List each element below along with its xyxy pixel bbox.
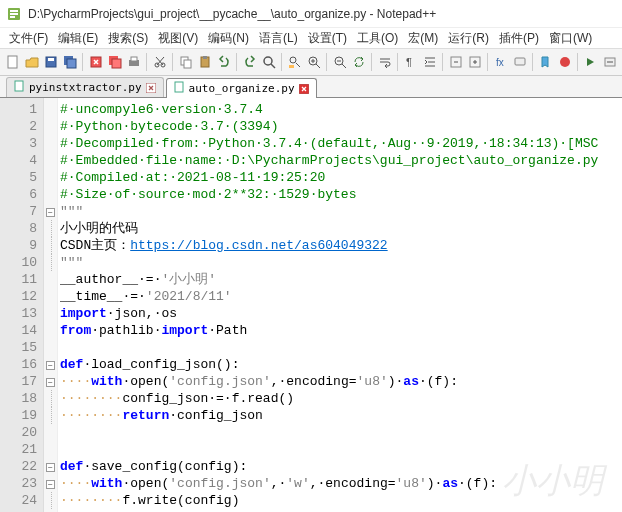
fold-cell[interactable]: −	[44, 373, 57, 390]
tab-close-icon[interactable]	[146, 82, 157, 93]
editor: 123456789101112131415161718192021222324 …	[0, 98, 622, 512]
ws-button[interactable]: ¶	[402, 52, 419, 72]
code-line[interactable]: #·Python·bytecode·3.7·(3394)	[60, 118, 622, 135]
code-line[interactable]: import·json,·os	[60, 305, 622, 322]
menu-item-2[interactable]: 搜索(S)	[103, 28, 153, 49]
menu-item-7[interactable]: 工具(O)	[352, 28, 403, 49]
copy-button[interactable]	[177, 52, 194, 72]
svg-rect-1	[10, 10, 18, 12]
code-line[interactable]: def·save_config(config):	[60, 458, 622, 475]
close-all-button[interactable]	[106, 52, 123, 72]
tab-pyinstxtractor-py[interactable]: pyinstxtractor.py	[6, 77, 164, 97]
replace-button[interactable]	[286, 52, 303, 72]
bookmark-button[interactable]	[537, 52, 554, 72]
zoom-in-button[interactable]	[305, 52, 322, 72]
toolbar-separator	[82, 53, 83, 71]
code-line[interactable]: #·Decompiled·from:·Python·3.7.4·(default…	[60, 135, 622, 152]
code-line[interactable]: ····with·open('config.json',·encoding='u…	[60, 373, 622, 390]
tab-auto_organize-py[interactable]: auto_organize.py	[166, 78, 317, 98]
toolbar-separator	[397, 53, 398, 71]
file-icon	[173, 81, 185, 96]
fold-cell[interactable]: −	[44, 475, 57, 492]
svg-rect-13	[131, 57, 137, 61]
window-title: D:\PycharmProjects\gui_project\__pycache…	[28, 7, 436, 21]
zoom-out-button[interactable]	[331, 52, 348, 72]
fold-button[interactable]	[447, 52, 464, 72]
menu-item-6[interactable]: 设置(T)	[303, 28, 352, 49]
save-all-button[interactable]	[61, 52, 78, 72]
code-line[interactable]: #·Size·of·source·mod·2**32:·1529·bytes	[60, 186, 622, 203]
code-line[interactable]: ····with·open('config.json',·'w',·encodi…	[60, 475, 622, 492]
code-line[interactable]: from·pathlib·import·Path	[60, 322, 622, 339]
toolbar-separator	[532, 53, 533, 71]
fold-cell[interactable]: −	[44, 356, 57, 373]
line-number: 2	[0, 118, 37, 135]
macro-button[interactable]	[601, 52, 618, 72]
code-line[interactable]	[60, 441, 622, 458]
fold-cell[interactable]: −	[44, 458, 57, 475]
fold-cell[interactable]: −	[44, 203, 57, 220]
paste-button[interactable]	[196, 52, 213, 72]
redo-button[interactable]	[241, 52, 258, 72]
menu-item-8[interactable]: 宏(M)	[403, 28, 443, 49]
cut-button[interactable]	[151, 52, 168, 72]
code-line[interactable]: ········config_json·=·f.read()	[60, 390, 622, 407]
code-line[interactable]: CSDN主页：https://blog.csdn.net/as604049322	[60, 237, 622, 254]
menu-item-1[interactable]: 编辑(E)	[53, 28, 103, 49]
code-line[interactable]: 小小明的代码	[60, 220, 622, 237]
new-button[interactable]	[4, 52, 21, 72]
code-line[interactable]: ········f.write(config)	[60, 492, 622, 509]
menu-item-10[interactable]: 插件(P)	[494, 28, 544, 49]
play-button[interactable]	[582, 52, 599, 72]
close-button[interactable]	[87, 52, 104, 72]
menu-item-9[interactable]: 运行(R)	[443, 28, 494, 49]
undo-button[interactable]	[215, 52, 232, 72]
svg-point-21	[290, 57, 296, 63]
svg-point-30	[560, 57, 570, 67]
code-line[interactable]	[60, 424, 622, 441]
code-line[interactable]: __author__·=·'小小明'	[60, 271, 622, 288]
fold-cell	[44, 220, 57, 237]
menu-item-5[interactable]: 语言(L)	[254, 28, 303, 49]
code-line[interactable]: """	[60, 203, 622, 220]
code-line[interactable]	[60, 339, 622, 356]
menu-item-3[interactable]: 视图(V)	[153, 28, 203, 49]
svg-rect-8	[67, 59, 76, 68]
sync-button[interactable]	[350, 52, 367, 72]
fold-toggle-icon[interactable]: −	[46, 361, 55, 370]
unfold-button[interactable]	[466, 52, 483, 72]
find-button[interactable]	[260, 52, 277, 72]
open-button[interactable]	[23, 52, 40, 72]
code-line[interactable]: #·Embedded·file·name:·D:\PycharmProjects…	[60, 152, 622, 169]
fold-cell	[44, 169, 57, 186]
print-button[interactable]	[125, 52, 142, 72]
fold-gutter: −−−−−	[44, 98, 58, 512]
toolbar-separator	[236, 53, 237, 71]
indent-button[interactable]	[421, 52, 438, 72]
code-line[interactable]: #·uncompyle6·version·3.7.4	[60, 101, 622, 118]
func-button[interactable]: fx	[492, 52, 509, 72]
fold-toggle-icon[interactable]: −	[46, 463, 55, 472]
comment-button[interactable]	[511, 52, 528, 72]
menu-item-0[interactable]: 文件(F)	[4, 28, 53, 49]
code-area[interactable]: #·uncompyle6·version·3.7.4#·Python·bytec…	[58, 98, 622, 512]
save-button[interactable]	[42, 52, 59, 72]
svg-point-20	[264, 57, 272, 65]
wrap-button[interactable]	[376, 52, 393, 72]
fold-toggle-icon[interactable]: −	[46, 208, 55, 217]
app-icon	[6, 6, 22, 22]
code-line[interactable]: __time__·=·'2021/8/11'	[60, 288, 622, 305]
code-line[interactable]: def·load_config_json():	[60, 356, 622, 373]
line-number: 4	[0, 152, 37, 169]
tab-close-icon[interactable]	[299, 83, 310, 94]
fold-toggle-icon[interactable]: −	[46, 378, 55, 387]
menu-item-4[interactable]: 编码(N)	[203, 28, 254, 49]
menu-item-11[interactable]: 窗口(W)	[544, 28, 597, 49]
svg-rect-11	[112, 59, 121, 68]
titlebar: D:\PycharmProjects\gui_project\__pycache…	[0, 0, 622, 28]
code-line[interactable]: """	[60, 254, 622, 271]
code-line[interactable]: ········return·config_json	[60, 407, 622, 424]
code-line[interactable]: #·Compiled·at:·2021-08-11·19:25:20	[60, 169, 622, 186]
fold-toggle-icon[interactable]: −	[46, 480, 55, 489]
record-button[interactable]	[556, 52, 573, 72]
